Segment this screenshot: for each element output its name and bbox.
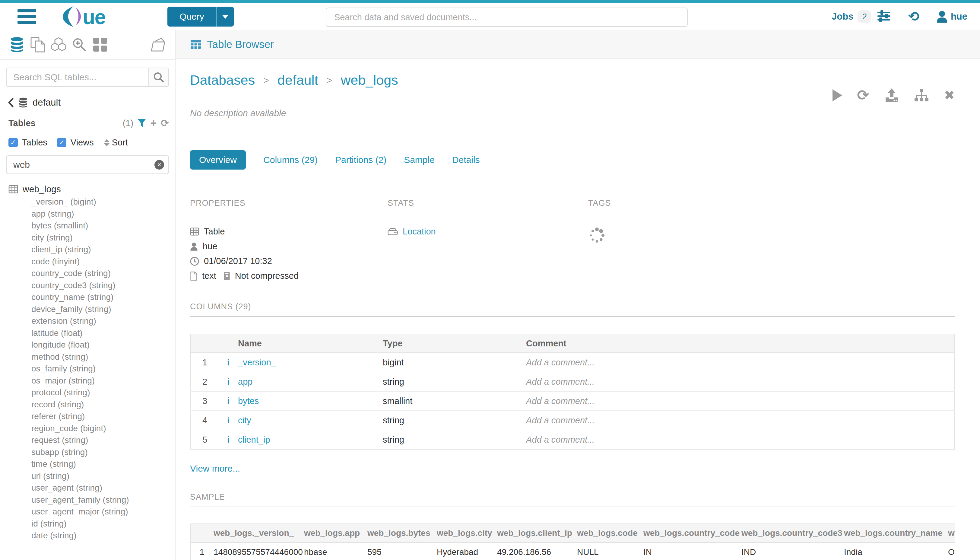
projects-folder-icon[interactable]	[150, 37, 166, 52]
column-list-item[interactable]: country_code (string)	[0, 267, 175, 279]
query-button-label[interactable]: Query	[167, 7, 216, 27]
column-type: string	[383, 430, 526, 449]
column-list-item[interactable]: protocol (string)	[0, 387, 175, 398]
column-list-item[interactable]: record (string)	[0, 398, 175, 411]
column-list-item[interactable]: bytes (smallint)	[0, 220, 175, 232]
sort-control[interactable]: Sort	[104, 138, 128, 148]
database-breadcrumb-row: default	[8, 97, 169, 108]
tab-overview[interactable]: Overview	[190, 150, 246, 170]
column-list-item[interactable]: extension (string)	[0, 315, 175, 327]
breadcrumb-database[interactable]: default	[278, 72, 318, 88]
column-list-item[interactable]: os_family (string)	[0, 363, 175, 375]
apps-grid-icon[interactable]	[92, 37, 108, 52]
add-table-icon[interactable]: +	[150, 118, 156, 128]
column-list-item[interactable]: city (string)	[0, 232, 175, 244]
search-zoom-icon[interactable]	[72, 37, 87, 52]
sample-table-scroll-area[interactable]: web_logs._version_ web_logs.app web_logs…	[190, 523, 955, 560]
tab-partitions[interactable]: Partitions (2)	[335, 155, 386, 165]
column-info-icon[interactable]: i	[219, 353, 238, 372]
column-info-icon[interactable]: i	[219, 411, 238, 430]
column-list-item[interactable]: app (string)	[0, 208, 175, 220]
table-description[interactable]: No description available	[190, 108, 955, 118]
column-list-item[interactable]: time (string)	[0, 458, 175, 470]
column-list-item[interactable]: os_major (string)	[0, 375, 175, 387]
column-list-item[interactable]: referer (string)	[0, 410, 175, 422]
column-comment-field[interactable]: Add a comment...	[526, 391, 954, 411]
column-list-item[interactable]: request (string)	[0, 434, 175, 446]
column-comment-field[interactable]: Add a comment...	[526, 353, 954, 372]
column-name-link[interactable]: city	[238, 411, 383, 430]
cubes-icon[interactable]	[51, 37, 67, 52]
column-list-item[interactable]: user_agent_major (string)	[0, 506, 175, 518]
documents-icon[interactable]	[30, 37, 45, 52]
column-info-icon[interactable]: i	[219, 430, 238, 449]
current-database-name[interactable]: default	[33, 97, 61, 108]
query-dropdown-toggle[interactable]	[216, 7, 234, 27]
views-checkbox-label[interactable]: Views	[71, 138, 94, 148]
sliders-icon[interactable]	[877, 10, 891, 23]
query-split-button[interactable]: Query	[167, 7, 234, 27]
column-list-item[interactable]: _version_ (bigint)	[0, 196, 175, 208]
history-icon[interactable]: ⟲	[908, 10, 919, 23]
filter-funnel-icon[interactable]	[138, 119, 146, 127]
tables-checkbox[interactable]	[8, 138, 18, 147]
column-list-item[interactable]: subapp (string)	[0, 446, 175, 458]
column-list-item[interactable]: device_family (string)	[0, 303, 175, 315]
breadcrumb-table[interactable]: web_logs	[341, 72, 398, 88]
view-more-link[interactable]: View more...	[190, 463, 240, 473]
column-list-item[interactable]: method (string)	[0, 351, 175, 363]
table-filter-input[interactable]	[6, 155, 169, 174]
column-list-item[interactable]: user_agent (string)	[0, 482, 175, 494]
column-list-item[interactable]: id (string)	[0, 518, 175, 530]
user-menu[interactable]: hue	[936, 10, 967, 23]
sql-tables-search-button[interactable]	[148, 68, 169, 87]
tab-sample[interactable]: Sample	[404, 155, 435, 165]
hue-logo[interactable]: ue	[60, 5, 134, 29]
views-checkbox[interactable]	[57, 138, 67, 147]
user-name: hue	[951, 11, 967, 22]
hamburger-menu-icon[interactable]	[18, 9, 36, 24]
column-list-item[interactable]: code (tinyint)	[0, 255, 175, 268]
column-comment-field[interactable]: Add a comment...	[526, 430, 954, 449]
tab-details[interactable]: Details	[452, 155, 480, 165]
column-list-item[interactable]: country_code3 (string)	[0, 279, 175, 292]
column-list-item[interactable]: region_code (bigint)	[0, 422, 175, 435]
table-list-item[interactable]: web_logs	[0, 183, 175, 196]
column-info-icon[interactable]: i	[219, 391, 238, 411]
refresh-tables-icon[interactable]: ⟳	[161, 118, 169, 128]
refresh-icon[interactable]: ⟳	[857, 88, 869, 103]
column-comment-field[interactable]: Add a comment...	[526, 372, 954, 391]
column-list-item[interactable]: client_ip (string)	[0, 243, 175, 255]
location-link[interactable]: Location	[403, 227, 436, 237]
tables-checkbox-label[interactable]: Tables	[22, 138, 47, 148]
clear-filter-icon[interactable]: ✕	[155, 160, 164, 170]
jobs-link[interactable]: Jobs	[832, 11, 853, 22]
query-table-button[interactable]	[832, 89, 842, 102]
column-name-link[interactable]: client_ip	[238, 430, 383, 449]
column-name-link[interactable]: app	[238, 372, 383, 391]
column-list-item[interactable]: country_name (string)	[0, 291, 175, 303]
column-list-item[interactable]: user_agent_family (string)	[0, 494, 175, 506]
column-list-item[interactable]: longitude (float)	[0, 339, 175, 351]
import-data-icon[interactable]	[884, 88, 899, 102]
column-list-item[interactable]: date (string)	[0, 530, 175, 542]
column-name-link[interactable]: _version_	[238, 353, 383, 372]
jobs-count-badge[interactable]: 2	[857, 10, 872, 23]
close-icon[interactable]: ✖	[944, 89, 955, 102]
chevron-left-icon[interactable]	[8, 98, 14, 107]
global-search-input[interactable]	[326, 8, 688, 27]
column-info-icon[interactable]: i	[219, 372, 238, 391]
top-accent-strip	[0, 0, 980, 3]
main-panel: Table Browser Databases > default > web_…	[176, 30, 980, 560]
column-list-item[interactable]: latitude (float)	[0, 327, 175, 339]
table-row: 1 i _version_ bigint Add a comment...	[190, 353, 954, 372]
column-list-item[interactable]: url (string)	[0, 470, 175, 482]
column-comment-field[interactable]: Add a comment...	[526, 411, 954, 430]
lineage-sitemap-icon[interactable]	[914, 89, 929, 102]
tab-columns[interactable]: Columns (29)	[263, 155, 318, 165]
sql-databases-icon[interactable]	[9, 37, 25, 52]
breadcrumb-databases[interactable]: Databases	[190, 72, 255, 88]
sample-header: web_logs.code	[577, 524, 643, 542]
sql-tables-search-input[interactable]	[6, 68, 148, 87]
column-name-link[interactable]: bytes	[238, 391, 383, 411]
